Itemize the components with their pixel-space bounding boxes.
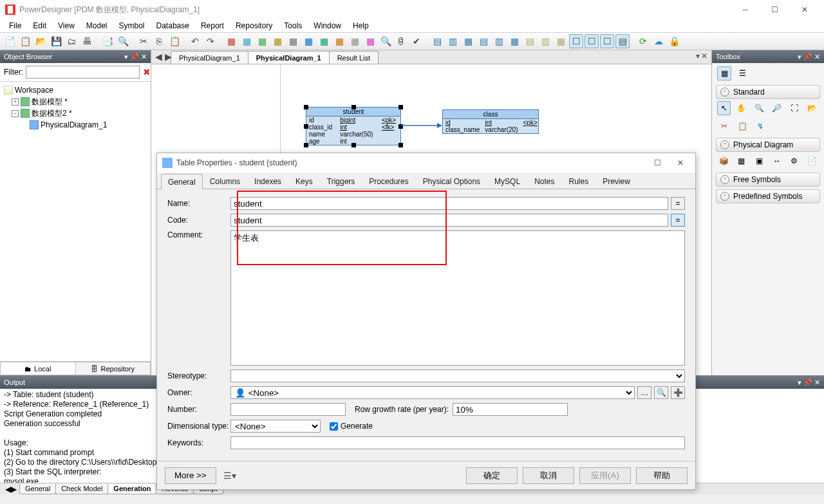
filter-clear-icon[interactable]: ✖ — [142, 66, 151, 78]
dlg-tab-indexes[interactable]: Indexes — [247, 173, 288, 189]
tb-cut-icon[interactable]: ✂ — [136, 34, 151, 48]
relationship-line[interactable] — [401, 122, 442, 129]
menu-view[interactable]: View — [53, 20, 80, 32]
panel-close-icon[interactable]: ✕ — [141, 53, 147, 61]
help-button[interactable]: 帮助 — [636, 467, 688, 484]
dlg-tab-physical[interactable]: Physical Options — [416, 173, 487, 189]
doc-tab-3[interactable]: Result List — [329, 51, 379, 64]
row-growth-input[interactable] — [453, 403, 568, 416]
open-diagram-icon[interactable]: 📂 — [805, 101, 819, 115]
owner-select[interactable]: 👤 <None> — [230, 386, 635, 399]
paste-tool-icon[interactable]: 📋 — [735, 119, 749, 133]
tb-detail-view-icon[interactable]: ▦ — [717, 66, 731, 80]
dlg-tab-preview[interactable]: Preview — [595, 173, 637, 189]
dlg-tab-general[interactable]: General — [161, 174, 203, 189]
tb-align-center-icon[interactable]: ▥ — [445, 34, 460, 48]
tb-refresh-icon[interactable]: ⟳ — [636, 34, 650, 48]
tb-distribute-v-icon[interactable]: ▥ — [538, 34, 552, 48]
tb-find-icon[interactable]: 🔍 — [116, 34, 130, 48]
tb-samesize-icon[interactable]: ▦ — [554, 34, 568, 48]
more-button[interactable]: More >> — [165, 467, 216, 484]
tb-report-icon[interactable]: ▦ — [332, 34, 346, 48]
name-input[interactable] — [230, 197, 668, 210]
pin-icon[interactable]: ▾ — [798, 378, 801, 386]
doc-tab-2[interactable]: PhysicalDiagram_1 — [248, 51, 330, 64]
number-input[interactable] — [230, 403, 346, 416]
tb-window2-icon[interactable]: ☐ — [585, 34, 599, 48]
tb-script-icon[interactable]: ▦ — [301, 34, 315, 48]
dimtype-select[interactable]: <None> — [230, 420, 321, 433]
tb-distribute-h-icon[interactable]: ▤ — [523, 34, 537, 48]
tb-align-middle-icon[interactable]: ▥ — [492, 34, 506, 48]
code-sync-button[interactable]: = — [671, 214, 685, 227]
grabber-tool-icon[interactable]: ✋ — [735, 101, 748, 115]
cancel-button[interactable]: 取消 — [523, 467, 574, 484]
output-tab-generation[interactable]: Generation — [108, 484, 156, 494]
tab-menu-icon[interactable]: ▾ — [696, 51, 700, 61]
keywords-input[interactable] — [230, 436, 685, 449]
comment-input[interactable] — [230, 230, 685, 366]
tb-align-right-icon[interactable]: ▦ — [461, 34, 475, 48]
tb-compare-icon[interactable]: ▦ — [348, 34, 362, 48]
tb-open-icon[interactable]: 📂 — [33, 34, 48, 48]
tb-reference-icon[interactable]: ▦ — [286, 34, 300, 48]
tb-db-icon[interactable]: 🛢 — [394, 34, 408, 48]
tb-window1-icon[interactable]: ☐ — [569, 34, 583, 48]
tb-align-top-icon[interactable]: ▤ — [476, 34, 491, 48]
tb-cloud-icon[interactable]: ☁ — [651, 34, 666, 48]
tab-repository[interactable]: 🗄Repository — [76, 362, 151, 375]
table-tool-icon[interactable]: ▦ — [735, 154, 748, 168]
expand-toggle-icon[interactable]: + — [12, 98, 19, 106]
tab-next-icon[interactable]: ▶ — [164, 52, 173, 61]
tab-scroll-left-icon[interactable]: ◀ — [5, 485, 11, 494]
menu-database[interactable]: Database — [151, 20, 194, 32]
tab-local[interactable]: 🖿Local — [0, 362, 76, 375]
dlg-tab-mysql[interactable]: MySQL — [487, 173, 527, 189]
dlg-tab-procedures[interactable]: Procedures — [362, 173, 415, 189]
menu-model[interactable]: Model — [81, 20, 113, 32]
doc-tab-1[interactable]: PhysicalDiagram_1 — [171, 51, 248, 64]
dlg-tab-columns[interactable]: Columns — [203, 173, 247, 189]
tb-gen-icon[interactable]: ▦ — [317, 34, 331, 48]
tb-lock-icon[interactable]: 🔒 — [667, 34, 681, 48]
tb-procedure-icon[interactable]: ▦ — [255, 34, 269, 48]
expand-toggle-icon[interactable]: − — [12, 110, 19, 117]
menu-report[interactable]: Report — [196, 20, 229, 32]
tb-save-icon[interactable]: 💾 — [49, 34, 63, 48]
tb-package-icon[interactable]: ▦ — [270, 34, 285, 48]
pointer-tool-icon[interactable]: ↖ — [717, 101, 731, 115]
tb-print-icon[interactable]: 🖶 — [80, 34, 94, 48]
tb-organize-icon[interactable]: 🗂 — [64, 34, 79, 48]
tab-scroll-right-icon[interactable]: ▶ — [11, 485, 17, 494]
tb-redo-icon[interactable]: ↷ — [203, 34, 218, 48]
menu-symbol[interactable]: Symbol — [114, 20, 150, 32]
tb-new-icon[interactable]: 📄 — [3, 34, 17, 48]
close-button[interactable]: ✕ — [790, 1, 819, 19]
tb-window3-icon[interactable]: ☐ — [600, 34, 614, 48]
tb-align-left-icon[interactable]: ▤ — [430, 34, 444, 48]
dialog-maximize-button[interactable]: ☐ — [648, 158, 667, 167]
tab-prev-icon[interactable]: ◀ — [154, 52, 163, 61]
generate-checkbox[interactable] — [330, 422, 338, 431]
tb-view-icon[interactable]: ▦ — [239, 34, 254, 48]
toolbox-cat-standard[interactable]: ˄Standard — [716, 85, 820, 99]
code-input[interactable] — [230, 214, 668, 227]
toolbox-cat-physical[interactable]: ˄Physical Diagram — [716, 138, 820, 152]
dlg-tab-triggers[interactable]: Triggers — [320, 173, 362, 189]
pin-icon[interactable]: ▾ — [798, 53, 801, 61]
cut-tool-icon[interactable]: ✂ — [717, 119, 731, 133]
zoomfit-tool-icon[interactable]: ⛶ — [787, 101, 801, 115]
entity-class[interactable]: class idint<pk> class_namevarchar(20) — [442, 109, 539, 134]
stereotype-select[interactable] — [230, 369, 685, 382]
dlg-tab-notes[interactable]: Notes — [527, 173, 561, 189]
tab-close-icon[interactable]: ✕ — [701, 51, 707, 61]
name-sync-button[interactable]: = — [671, 197, 685, 210]
zoomout-tool-icon[interactable]: 🔎 — [770, 101, 783, 115]
panel-close-icon[interactable]: ✕ — [814, 53, 820, 61]
output-tab-check[interactable]: Check Model — [55, 484, 108, 494]
pin-icon[interactable]: ▾ — [124, 53, 128, 61]
tb-window4-icon[interactable]: ▤ — [615, 34, 630, 48]
panel-pin-icon[interactable]: 📌 — [803, 53, 812, 61]
tb-copy-icon[interactable]: ⎘ — [152, 34, 166, 48]
owner-browse-button[interactable]: … — [637, 386, 651, 399]
